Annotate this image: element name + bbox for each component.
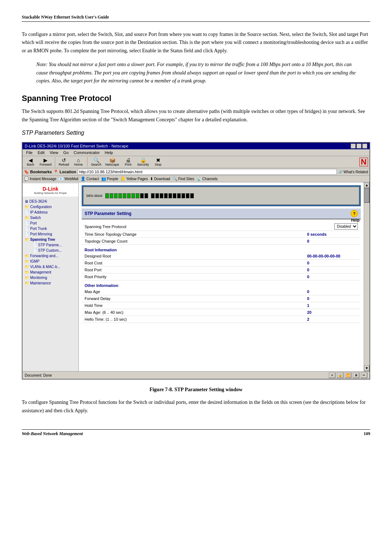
home-icon: ⌂	[77, 158, 80, 163]
toolbar-separator-1	[55, 157, 55, 167]
browser-main-panel: DES-3624i	[79, 182, 364, 371]
instant-message-icon: 💬	[24, 177, 29, 181]
instant-message-label: Instant Message	[30, 177, 56, 181]
home-button[interactable]: ⌂ Home	[72, 157, 85, 167]
sidebar-item-port-mirroring[interactable]: 📄 Port Mirroring	[23, 231, 78, 237]
port-10	[144, 193, 148, 198]
folder-icon-vlans: 📁	[25, 265, 29, 269]
sidebar-item-maintenance[interactable]: 📁 Maintenance	[23, 280, 78, 286]
menu-file[interactable]: File	[24, 150, 35, 155]
toolbar-separator-2	[87, 157, 87, 167]
folder-icon-config: 📁	[25, 205, 29, 209]
sidebar-item-port-trunk[interactable]: 📄 Port Trunk	[23, 226, 78, 231]
sidebar-item-ip-address[interactable]: 📄 IP Address	[23, 210, 78, 215]
stop-button[interactable]: ✖ Stop	[152, 157, 165, 167]
netscape-button[interactable]: 📦 Netscape	[104, 157, 120, 167]
sidebar-item-port[interactable]: 📄 Port	[23, 220, 78, 226]
folder-icon-igmp: 📁	[25, 259, 29, 263]
sidebar-item-monitoring[interactable]: 📁 Monitoring	[23, 275, 78, 280]
sidebar-item-vlans[interactable]: 📁 VLANs & MAC-b...	[23, 264, 78, 270]
sidebar-label-stp: Spanning Tree	[30, 238, 55, 242]
stp-row-hold-time: Hold Time 1	[82, 302, 361, 309]
sidebar-item-igmp[interactable]: 📁 IGMP	[23, 259, 78, 264]
scroll-down-arrow[interactable]: ▼	[364, 365, 369, 371]
note-block: Note: You should not mirror a fast port …	[36, 61, 356, 85]
channels-link[interactable]: 📡 Channels	[196, 177, 217, 181]
folder-icon-stp: 📁	[25, 238, 29, 242]
sidebar-label-configuration: Configuration	[30, 205, 52, 209]
netscape-logo: N	[359, 158, 368, 166]
people-link[interactable]: 👥 People	[101, 177, 118, 181]
forward-delay-label: Forward Delay	[85, 296, 307, 301]
status-icon-1: ≡	[329, 372, 335, 378]
stp-row-root-priority: Root Priority 0	[82, 274, 361, 280]
menu-help[interactable]: Help	[103, 150, 115, 155]
yellow-pages-link[interactable]: 📒 Yellow Pages	[121, 177, 148, 181]
root-cost-label: Root Cost	[85, 261, 307, 265]
status-right-icons: ≡ 🔒 📶 🖥 ✏	[329, 372, 367, 378]
maximize-button[interactable]: □	[356, 143, 362, 149]
instant-message-link[interactable]: 💬 Instant Message	[24, 177, 56, 181]
sidebar-item-switch[interactable]: 📁 Switch	[23, 215, 78, 220]
port-15	[168, 193, 172, 198]
security-button[interactable]: 🔒 Security	[136, 157, 150, 167]
doc-icon-ip: 📄	[25, 210, 29, 214]
print-icon: 🖨	[126, 158, 131, 163]
close-button[interactable]: ×	[362, 143, 367, 149]
sidebar-item-stp-params[interactable]: 📄 STP Parame...	[23, 242, 78, 248]
menu-go[interactable]: Go	[61, 150, 71, 155]
sidebar-label-forwarding: Forwarding and...	[30, 254, 58, 258]
channels-icon: 📡	[196, 177, 201, 181]
sidebar-item-stp-custom[interactable]: 📄 STP Custom...	[23, 248, 78, 253]
reload-icon: ↺	[62, 158, 66, 163]
search-button[interactable]: 🔍 Search	[90, 157, 103, 167]
webmail-link[interactable]: 📧 WebMail	[58, 177, 78, 181]
forward-button[interactable]: ▶ Forward	[38, 157, 53, 167]
folder-icon-switch: 📁	[25, 216, 29, 220]
port-20	[190, 193, 194, 198]
browser-title: D-Link DES-3624i 10/100 Fast Ethernet Sw…	[25, 144, 128, 148]
closing-paragraph: To configure Spanning Tree Protocol func…	[22, 398, 370, 415]
bookmarks-bar: 💬 Instant Message 📧 WebMail 👤 Contact 👥 …	[23, 176, 369, 182]
sidebar-item-forwarding[interactable]: 📁 Forwarding and...	[23, 253, 78, 259]
print-button[interactable]: 🖨 Print	[122, 157, 135, 167]
find-sites-link[interactable]: 🔍 Find Sites	[172, 177, 194, 181]
sidebar-item-management[interactable]: 📁 Management	[23, 270, 78, 275]
section-title: Spanning Tree Protocol	[22, 94, 370, 103]
stp-row-topo-count: Topology Change Count 0	[82, 238, 361, 245]
contact-link[interactable]: 👤 Contact	[81, 177, 99, 181]
topo-time-label: Time Since Topology Change	[85, 232, 307, 236]
scroll-thumb[interactable]	[364, 188, 369, 203]
scroll-track[interactable]	[364, 188, 369, 365]
port-6	[127, 193, 131, 198]
location-input[interactable]	[78, 169, 337, 175]
scroll-up-arrow[interactable]: ▲	[364, 182, 369, 188]
location-label: 📍 Location	[53, 170, 76, 174]
netscape-icon: 📦	[109, 158, 115, 163]
monitor-icon: 🖥	[25, 199, 28, 203]
sidebar-item-configuration[interactable]: 📁 Configuration	[23, 204, 78, 210]
sidebar-item-spanning-tree[interactable]: 📁 Spanning Tree	[23, 237, 78, 242]
sidebar-label-monitoring: Monitoring	[30, 276, 47, 280]
reload-button[interactable]: ↺ Reload	[57, 157, 70, 167]
dlink-brand: D-Link	[25, 186, 76, 192]
whats-related-button[interactable]: 🔗 What's Related	[338, 170, 368, 174]
back-button[interactable]: ◀ Back	[24, 157, 37, 167]
menu-edit[interactable]: Edit	[36, 150, 47, 155]
menu-communicator[interactable]: Communicator	[72, 150, 102, 155]
download-icon: ⬇	[150, 177, 153, 181]
sidebar-item-des3624i[interactable]: 🖥 DES-3624i	[23, 199, 78, 204]
contact-icon: 👤	[81, 177, 86, 181]
vertical-scrollbar[interactable]: ▲ ▼	[364, 182, 369, 371]
download-link[interactable]: ⬇ Download	[150, 177, 170, 181]
stp-row-root-port: Root Port 0	[82, 267, 361, 274]
stp-row-topo-time: Time Since Topology Change 0 seconds	[82, 231, 361, 238]
menu-view[interactable]: View	[48, 150, 61, 155]
designed-root-label: Designed Root	[85, 254, 307, 258]
stp-protocol-select[interactable]: Disabled Enabled	[334, 223, 358, 230]
folder-icon-maintenance: 📁	[25, 281, 29, 285]
browser-window: D-Link DES-3624i 10/100 Fast Ethernet Sw…	[22, 142, 370, 380]
help-button[interactable]: ?Help	[351, 210, 358, 217]
minimize-button[interactable]: _	[351, 143, 356, 149]
back-icon: ◀	[29, 158, 33, 163]
